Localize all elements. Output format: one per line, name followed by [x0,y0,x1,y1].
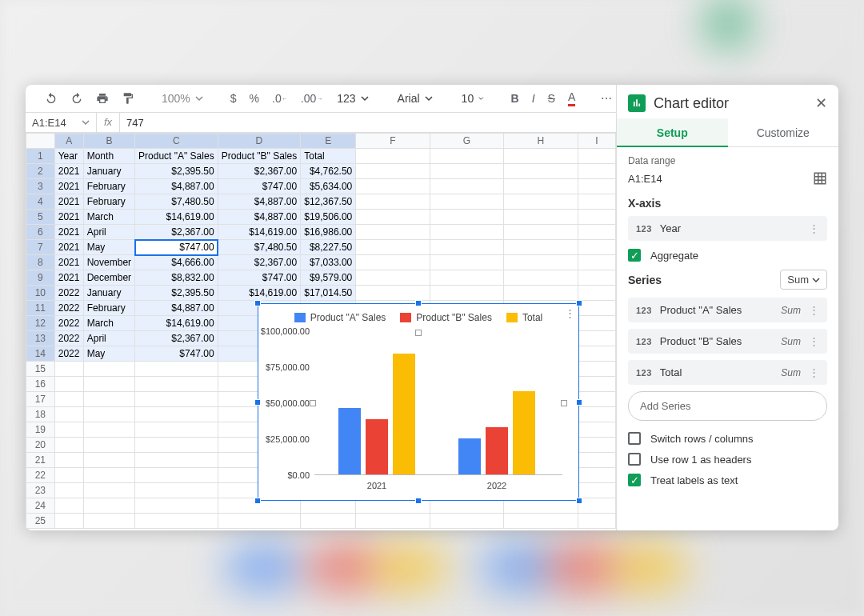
col-header-A[interactable]: A [54,134,83,149]
row-header-4[interactable]: 4 [26,194,55,210]
cell[interactable] [504,210,578,225]
cell[interactable] [83,407,134,422]
row-header-23[interactable]: 23 [26,483,55,498]
cell[interactable]: $4,762.50 [301,164,356,179]
cell[interactable]: May [83,240,134,255]
cell[interactable]: $8,832.00 [135,270,218,286]
cell[interactable] [504,286,578,301]
cell[interactable] [356,255,430,270]
cell[interactable]: December [83,270,134,286]
cell[interactable]: $19,506.00 [301,210,356,225]
italic-button[interactable]: I [529,90,538,106]
cell[interactable] [135,498,218,514]
cell[interactable] [430,255,503,270]
percent-button[interactable]: % [246,90,262,106]
cell[interactable] [83,514,134,529]
cell[interactable] [504,240,578,255]
cell[interactable] [356,240,430,255]
cell[interactable]: 2021 [54,255,83,270]
cell[interactable] [54,453,83,468]
cell[interactable] [504,179,578,194]
decrease-decimal-button[interactable]: .0← [269,90,291,106]
cell[interactable] [83,362,134,377]
cell[interactable] [356,194,430,210]
cell[interactable] [135,407,218,422]
cell[interactable]: May [83,346,134,362]
cell[interactable] [83,392,134,407]
cell[interactable]: $2,367.00 [135,331,218,346]
text-color-button[interactable]: A [565,89,578,108]
data-range-value[interactable]: A1:E14 [628,173,806,185]
row-header-25[interactable]: 25 [26,514,55,529]
cell[interactable]: April [83,331,134,346]
cell[interactable] [578,407,615,422]
cell[interactable] [430,149,503,164]
bold-button[interactable]: B [508,90,522,106]
cell[interactable] [430,179,503,194]
cell[interactable]: 2021 [54,225,83,240]
cell[interactable] [54,498,83,514]
cell[interactable] [578,255,615,270]
row-header-19[interactable]: 19 [26,422,55,438]
cell[interactable]: Product "A" Sales [135,149,218,164]
cell[interactable]: March [83,210,134,225]
cell[interactable]: $8,227.50 [301,240,356,255]
cell[interactable] [135,438,218,453]
cell[interactable] [430,194,503,210]
cell[interactable] [504,225,578,240]
cell[interactable] [504,270,578,286]
row-header-10[interactable]: 10 [26,286,55,301]
cell[interactable]: $747.00 [135,346,218,362]
cell[interactable] [578,149,615,164]
cell[interactable]: $14,619.00 [135,210,218,225]
col-header-G[interactable]: G [430,134,503,149]
cell[interactable] [135,377,218,392]
cell[interactable] [356,179,430,194]
col-header-H[interactable]: H [504,134,578,149]
row-header-20[interactable]: 20 [26,438,55,453]
row-header-9[interactable]: 9 [26,270,55,286]
cell[interactable]: February [83,301,134,316]
font-select[interactable]: Arial [393,90,438,106]
field-more-icon[interactable]: ⋮ [809,366,819,378]
field-more-icon[interactable]: ⋮ [809,335,819,347]
cell[interactable] [578,194,615,210]
cell[interactable]: $14,619.00 [218,225,301,240]
cell[interactable] [578,286,615,301]
cell[interactable]: $14,619.00 [218,286,301,301]
row-header-14[interactable]: 14 [26,346,55,362]
font-size-select[interactable]: 10 [457,90,489,106]
cell[interactable]: Year [54,149,83,164]
row-header-21[interactable]: 21 [26,453,55,468]
cell[interactable]: $9,579.00 [301,270,356,286]
col-header-I[interactable]: I [578,134,615,149]
row-header-8[interactable]: 8 [26,255,55,270]
cell[interactable]: $12,367.50 [301,194,356,210]
cell[interactable] [578,316,615,331]
close-icon[interactable]: ✕ [815,94,827,112]
cell[interactable] [356,149,430,164]
switch-rows-checkbox[interactable]: Switch rows / columns [628,432,827,445]
cell[interactable]: February [83,194,134,210]
cell[interactable]: 2021 [54,240,83,255]
cell[interactable] [54,514,83,529]
select-range-icon[interactable] [813,171,827,186]
cell[interactable]: $7,480.50 [218,240,301,255]
cell[interactable]: $4,887.00 [135,179,218,194]
cell[interactable] [578,362,615,377]
cell[interactable]: 2021 [54,210,83,225]
cell[interactable] [54,468,83,483]
row-header-18[interactable]: 18 [26,407,55,422]
cell[interactable]: $4,666.00 [135,255,218,270]
cell[interactable] [430,514,503,529]
cell[interactable] [578,422,615,438]
col-header-E[interactable]: E [301,134,356,149]
add-series-button[interactable]: Add Series [628,391,827,421]
print-button[interactable] [93,90,112,106]
cell[interactable] [430,164,503,179]
cell[interactable] [430,240,503,255]
cell[interactable] [135,483,218,498]
cell[interactable] [578,240,615,255]
cell[interactable] [430,210,503,225]
cell[interactable] [578,210,615,225]
